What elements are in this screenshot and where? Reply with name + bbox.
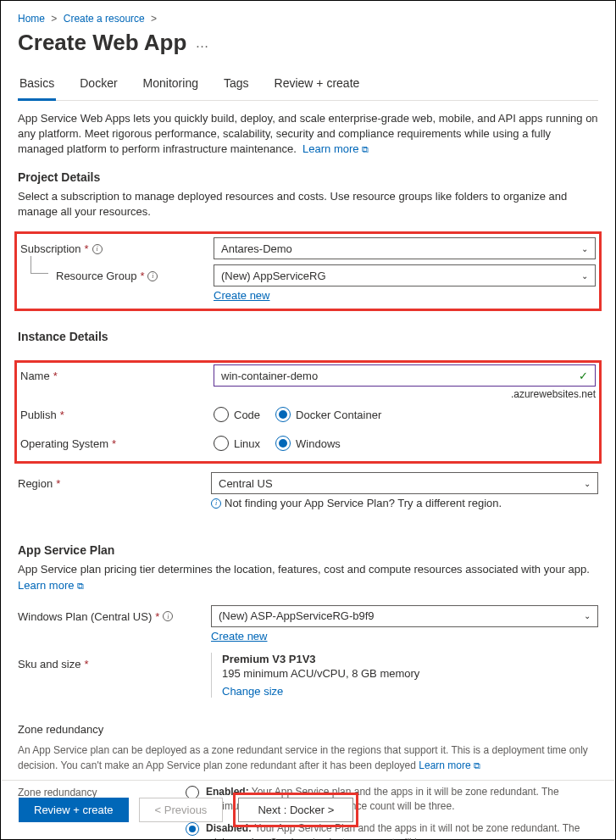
publish-label: Publish (20, 409, 57, 421)
windows-plan-label: Windows Plan (Central US) (18, 610, 152, 623)
footer: Review + create < Previous Next : Docker… (2, 780, 614, 839)
sku-desc: 195 minimum ACU/vCPU, 8 GB memory (222, 667, 598, 680)
chevron-down-icon: ⌄ (581, 271, 588, 281)
publish-docker-radio[interactable]: Docker Container (275, 407, 381, 422)
create-new-rg-link[interactable]: Create new (214, 289, 269, 302)
tab-tags[interactable]: Tags (222, 71, 251, 100)
previous-button[interactable]: < Previous (139, 798, 224, 822)
app-service-plan-desc: App Service plan pricing tier determines… (18, 562, 598, 592)
os-windows-radio[interactable]: Windows (275, 436, 341, 451)
info-icon[interactable]: i (163, 611, 173, 621)
region-select[interactable]: Central US ⌄ (211, 472, 598, 494)
project-details-desc: Select a subscription to manage deployed… (18, 189, 598, 220)
tab-basics[interactable]: Basics (18, 71, 56, 101)
sku-title: Premium V3 P1V3 (222, 653, 598, 665)
windows-plan-select[interactable]: (New) ASP-AppServiceRG-b9f9 ⌄ (211, 605, 598, 627)
app-service-plan-heading: App Service Plan (18, 543, 598, 557)
review-create-button[interactable]: Review + create (19, 798, 129, 822)
zr-learn-more-link[interactable]: Learn more (419, 759, 480, 771)
more-menu-icon[interactable]: … (195, 36, 210, 51)
region-helper: i Not finding your App Service Plan? Try… (211, 497, 598, 509)
project-details-heading: Project Details (18, 170, 598, 184)
page-title: Create Web App (18, 30, 186, 56)
asp-learn-more-link[interactable]: Learn more (18, 579, 84, 592)
chevron-down-icon: ⌄ (584, 479, 591, 488)
sku-label: Sku and size (18, 658, 80, 670)
domain-suffix: .azurewebsites.net (214, 388, 596, 400)
tab-review[interactable]: Review + create (273, 71, 362, 100)
breadcrumb-create-resource[interactable]: Create a resource (64, 13, 145, 25)
next-docker-button[interactable]: Next : Docker > (238, 798, 353, 822)
publish-code-radio[interactable]: Code (214, 407, 260, 422)
chevron-down-icon: ⌄ (584, 611, 591, 620)
info-icon: i (211, 498, 221, 509)
name-label: Name (20, 370, 50, 382)
os-linux-radio[interactable]: Linux (214, 436, 260, 451)
chevron-down-icon: ⌄ (581, 244, 588, 253)
tabs: Basics Docker Monitoring Tags Review + c… (18, 71, 598, 101)
instance-details-heading: Instance Details (18, 330, 598, 343)
info-icon[interactable]: i (147, 271, 158, 281)
region-label: Region (18, 477, 53, 490)
tab-docker[interactable]: Docker (78, 71, 119, 100)
breadcrumb-home[interactable]: Home (18, 13, 45, 25)
info-icon[interactable]: i (92, 244, 103, 254)
name-input[interactable]: win-container-demo ✓ (214, 364, 596, 387)
intro-text: App Service Web Apps lets you quickly bu… (18, 111, 598, 158)
tab-monitoring[interactable]: Monitoring (142, 71, 200, 100)
resource-group-label: Resource Group (56, 270, 136, 282)
change-size-link[interactable]: Change size (222, 685, 283, 698)
create-new-plan-link[interactable]: Create new (211, 630, 267, 643)
intro-learn-more-link[interactable]: Learn more (302, 142, 369, 155)
zone-redundancy-desc: An App Service plan can be deployed as a… (18, 743, 598, 773)
os-label: Operating System (20, 437, 108, 450)
check-icon: ✓ (579, 370, 588, 382)
zone-redundancy-heading: Zone redundancy (18, 723, 598, 736)
resource-group-select[interactable]: (New) AppServiceRG ⌄ (214, 264, 596, 286)
subscription-label: Subscription (20, 242, 81, 255)
subscription-select[interactable]: Antares-Demo ⌄ (214, 237, 596, 259)
breadcrumb: Home > Create a resource > (18, 13, 598, 25)
